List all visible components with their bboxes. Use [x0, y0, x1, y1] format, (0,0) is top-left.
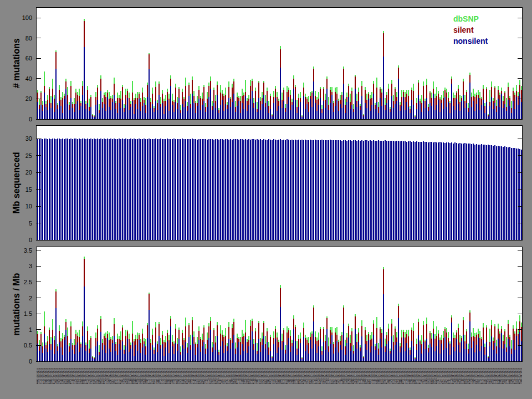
bar-segment: [316, 341, 318, 352]
bar-segment: [233, 79, 234, 81]
bar-segment: [483, 100, 484, 119]
bar-segment: [488, 116, 489, 119]
bar-segment: [448, 342, 449, 361]
bar-segment: [183, 338, 185, 340]
bar-segment: [188, 323, 190, 325]
bar-segment: [212, 352, 213, 361]
bar-segment: [157, 110, 158, 119]
bar-segment: [283, 342, 284, 361]
bar-segment: [396, 101, 397, 119]
bar-segment: [521, 150, 522, 240]
bar-segment: [415, 116, 416, 117]
bar-segment: [277, 353, 278, 361]
bar-segment: [205, 107, 206, 112]
bar-segment: [102, 102, 103, 108]
bar-segment: [82, 336, 83, 361]
bar-segment: [504, 329, 505, 331]
bar-segment: [122, 87, 123, 100]
bar-segment: [451, 142, 452, 240]
bar-segment: [498, 329, 499, 339]
bar-segment: [270, 109, 271, 119]
bar-segment: [291, 340, 293, 343]
bar-segment: [418, 83, 419, 95]
bar-segment: [388, 341, 389, 361]
bar-segment: [426, 142, 427, 240]
bar-segment: [203, 101, 204, 119]
bar-segment: [64, 99, 65, 119]
bar-segment: [428, 345, 429, 348]
bar-segment: [491, 97, 492, 119]
bar-segment: [439, 142, 441, 240]
bar-segment: [348, 326, 349, 337]
bar-segment: [104, 104, 105, 119]
bar-segment: [158, 84, 160, 95]
bar-segment: [388, 329, 389, 340]
bar-segment: [62, 333, 63, 339]
bar-segment: [375, 141, 376, 240]
bar-segment: [385, 339, 386, 346]
panel-mutations: [36, 7, 523, 120]
bar-segment: [303, 328, 304, 336]
bar-segment: [423, 86, 424, 101]
bar-segment: [464, 108, 466, 119]
bar-segment: [491, 87, 492, 97]
bar-segment: [323, 87, 324, 89]
bar-segment: [152, 139, 153, 240]
bar-segment: [443, 142, 444, 240]
bar-segment: [250, 326, 251, 340]
bar-segment: [316, 337, 318, 341]
bar-segment: [478, 329, 479, 334]
bar-segment: [187, 106, 188, 111]
bar-segment: [340, 336, 341, 341]
bar-segment: [45, 101, 47, 104]
bar-segment: [119, 336, 120, 339]
bar-segment: [37, 102, 38, 119]
bar-segment: [418, 95, 419, 119]
bar-segment: [198, 340, 200, 361]
bar-segment: [74, 98, 75, 104]
bar-segment: [311, 107, 313, 119]
bar-segment: [193, 344, 195, 361]
bar-segment: [110, 98, 111, 110]
bar-segment: [44, 86, 45, 93]
bar-segment: [403, 90, 404, 92]
bar-segment: [375, 344, 376, 346]
bar-segment: [134, 139, 135, 240]
bar-segment: [451, 315, 452, 318]
bar-segment: [335, 106, 336, 119]
bar-segment: [428, 107, 429, 111]
bar-segment: [222, 90, 223, 94]
bar-segment: [489, 329, 490, 342]
bar-segment: [499, 95, 500, 107]
bar-segment: [358, 101, 359, 119]
bar-segment: [124, 139, 125, 240]
bar-segment: [448, 332, 449, 339]
bar-segment: [142, 347, 143, 361]
bar-segment: [105, 92, 106, 97]
bar-segment: [104, 334, 105, 336]
bar-segment: [242, 103, 243, 119]
bar-segment: [257, 354, 258, 361]
bar-segment: [55, 139, 57, 240]
bar-segment: [155, 81, 156, 86]
bar-segment: [456, 91, 457, 93]
bar-segment: [228, 81, 229, 86]
bar-segment: [129, 98, 130, 110]
bar-segment: [129, 93, 130, 98]
bar-segment: [473, 341, 474, 361]
bar-segment: [366, 100, 367, 108]
bar-segment: [406, 102, 407, 119]
bar-segment: [257, 112, 258, 119]
bar-segment: [205, 349, 206, 354]
bar-segment: [49, 328, 50, 330]
bar-segment: [260, 338, 261, 342]
legend-item-nonsilent: nonsilent: [453, 35, 488, 47]
bar-segment: [245, 92, 246, 96]
bar-segment: [42, 111, 43, 119]
bar-segment: [127, 331, 128, 339]
bar-segment: [426, 318, 427, 324]
bar-segment: [142, 88, 143, 93]
bar-segment: [258, 140, 259, 240]
bar-segment: [345, 355, 346, 361]
bar-segment: [74, 354, 75, 361]
